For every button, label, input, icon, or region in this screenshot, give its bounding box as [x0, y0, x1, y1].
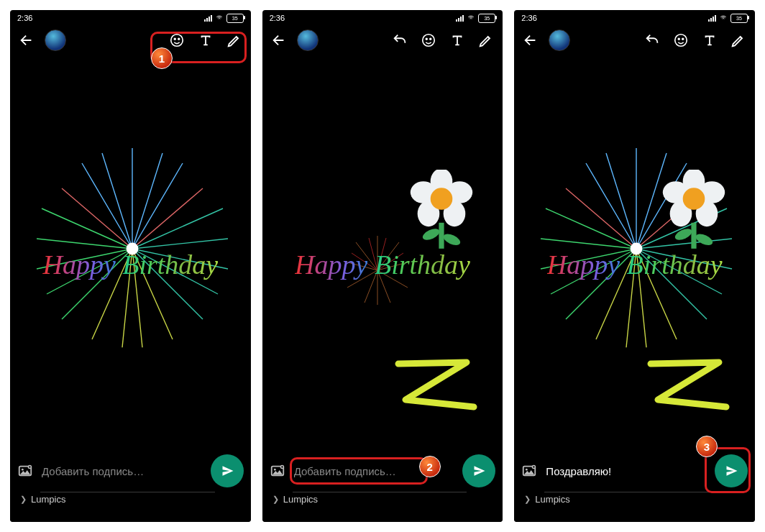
- add-media-icon[interactable]: [270, 463, 285, 479]
- status-time: 2:36: [270, 14, 285, 22]
- svg-line-63: [586, 163, 636, 249]
- bottom-bar: ❯ Lumpics: [10, 450, 251, 522]
- editor-toolbar: [514, 26, 755, 55]
- status-bar: 2:36 35: [514, 10, 755, 26]
- avatar: [297, 29, 319, 51]
- svg-point-53: [442, 231, 462, 247]
- svg-point-90: [694, 231, 714, 247]
- recipient-row[interactable]: ❯ Lumpics: [262, 492, 503, 512]
- svg-rect-88: [691, 223, 696, 249]
- phone-screenshot-2: 2:36 35: [262, 10, 503, 522]
- chevron-right-icon: ❯: [524, 495, 531, 504]
- recipient-name: Lumpics: [31, 494, 65, 505]
- phone-screenshot-1: 2:36 35 1: [10, 10, 251, 522]
- status-time: 2:36: [521, 14, 536, 22]
- flower-sticker[interactable]: [661, 170, 726, 256]
- svg-point-29: [426, 38, 428, 40]
- back-button[interactable]: [268, 29, 290, 51]
- svg-point-2: [178, 38, 180, 40]
- add-media-icon[interactable]: [17, 463, 33, 479]
- send-button[interactable]: [715, 454, 748, 487]
- battery-icon: 35: [478, 14, 495, 23]
- editor-toolbar: [262, 26, 503, 55]
- svg-line-9: [37, 239, 132, 249]
- step-badge-2: 2: [419, 456, 441, 477]
- text-button[interactable]: [195, 29, 216, 51]
- svg-point-1: [174, 38, 175, 40]
- signal-icon: [456, 15, 464, 22]
- svg-line-79: [566, 188, 636, 249]
- svg-point-58: [678, 38, 679, 40]
- svg-point-89: [674, 226, 694, 242]
- bottom-bar: ❯ Lumpics: [262, 450, 503, 522]
- svg-line-14: [132, 239, 228, 249]
- draw-button[interactable]: [728, 29, 749, 51]
- send-button[interactable]: [211, 454, 244, 487]
- svg-line-13: [132, 208, 223, 249]
- add-media-icon[interactable]: [521, 463, 537, 479]
- draw-button[interactable]: [224, 29, 245, 51]
- svg-point-55: [274, 469, 276, 471]
- bottom-bar: Поздравляю! ❯ Lumpics: [514, 450, 755, 522]
- wifi-icon: [467, 14, 475, 22]
- svg-point-28: [423, 35, 435, 47]
- svg-line-22: [62, 188, 132, 249]
- step-badge-1: 1: [151, 47, 173, 69]
- svg-line-23: [132, 188, 203, 249]
- svg-line-8: [42, 208, 132, 249]
- svg-point-59: [682, 38, 684, 40]
- svg-rect-51: [439, 223, 444, 249]
- status-bar: 2:36 35: [262, 10, 503, 26]
- undo-button[interactable]: [641, 29, 663, 51]
- recipient-name: Lumpics: [535, 494, 569, 505]
- svg-line-65: [546, 208, 636, 249]
- status-time: 2:36: [17, 14, 32, 22]
- svg-line-6: [82, 163, 132, 249]
- editor-toolbar: [10, 26, 251, 55]
- recipient-name: Lumpics: [283, 494, 318, 505]
- avatar: [549, 29, 570, 51]
- svg-point-92: [526, 469, 528, 471]
- status-bar: 2:36 35: [10, 10, 251, 26]
- wifi-icon: [215, 14, 224, 22]
- signal-icon: [204, 15, 212, 22]
- svg-line-66: [541, 239, 636, 249]
- freehand-doodle[interactable]: [640, 349, 733, 421]
- text-button[interactable]: [446, 29, 468, 51]
- emoji-button[interactable]: [166, 29, 188, 51]
- recipient-row[interactable]: ❯ Lumpics: [514, 492, 755, 512]
- caption-input[interactable]: [39, 461, 205, 482]
- svg-line-61: [606, 153, 636, 249]
- back-button[interactable]: [520, 29, 541, 51]
- greeting-text: Happy Birthday: [10, 249, 251, 280]
- signal-icon: [708, 15, 716, 22]
- avatar: [45, 29, 66, 51]
- svg-line-7: [132, 163, 183, 249]
- svg-point-0: [170, 35, 183, 47]
- step-badge-3: 3: [696, 436, 718, 457]
- chevron-right-icon: ❯: [272, 495, 279, 504]
- battery-icon: 35: [730, 14, 748, 23]
- flower-sticker[interactable]: [409, 170, 474, 256]
- svg-point-52: [421, 226, 441, 242]
- phone-screenshot-3: 2:36 35: [514, 10, 755, 522]
- emoji-button[interactable]: [418, 29, 439, 51]
- battery-icon: 35: [226, 14, 244, 23]
- svg-line-5: [132, 153, 162, 249]
- undo-button[interactable]: [389, 29, 411, 51]
- freehand-doodle[interactable]: [388, 349, 481, 421]
- send-button[interactable]: [462, 454, 495, 487]
- svg-point-30: [430, 38, 431, 40]
- svg-point-57: [675, 35, 687, 47]
- back-button[interactable]: [16, 29, 37, 51]
- wifi-icon: [719, 14, 728, 22]
- svg-point-26: [22, 469, 24, 471]
- svg-point-87: [683, 188, 705, 210]
- recipient-row[interactable]: ❯ Lumpics: [10, 492, 251, 512]
- svg-line-4: [102, 153, 132, 249]
- caption-text[interactable]: Поздравляю!: [543, 461, 709, 482]
- svg-point-50: [431, 188, 453, 210]
- emoji-button[interactable]: [670, 29, 692, 51]
- text-button[interactable]: [699, 29, 720, 51]
- draw-button[interactable]: [475, 29, 497, 51]
